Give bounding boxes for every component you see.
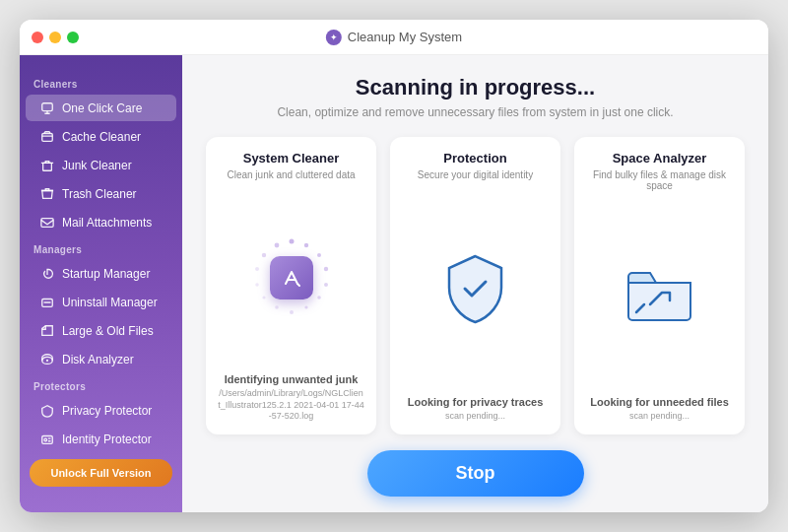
- sidebar-item-trash-cleaner[interactable]: Trash Cleaner: [26, 180, 176, 207]
- space-analyzer-subtitle: Find bulky files & manage disk space: [586, 169, 733, 191]
- space-analyzer-icon-area: [586, 201, 733, 388]
- cleaners-section-label: Cleaners: [20, 71, 182, 94]
- svg-point-14: [317, 296, 321, 299]
- sidebar-item-label: Mail Attachments: [62, 216, 152, 230]
- sidebar-item-label: Disk Analyzer: [62, 353, 134, 366]
- space-analyzer-title: Space Analyzer: [613, 151, 707, 166]
- scanning-subtitle: Clean, optimize and remove unnecessary f…: [206, 105, 745, 119]
- protection-status-sub: scan pending...: [445, 411, 505, 423]
- sidebar-item-one-click-care[interactable]: One Click Care: [26, 95, 176, 121]
- startup-icon: [39, 266, 54, 281]
- system-cleaner-subtitle: Clean junk and cluttered data: [227, 169, 355, 180]
- sidebar-item-startup-manager[interactable]: Startup Manager: [26, 260, 176, 287]
- svg-point-19: [255, 283, 259, 287]
- privacy-icon: [39, 403, 54, 418]
- svg-point-8: [43, 438, 46, 441]
- sidebar-item-label: Startup Manager: [62, 267, 150, 281]
- main-window: ✦ Cleanup My System Cleaners One Click C…: [20, 20, 768, 512]
- svg-rect-3: [40, 218, 52, 227]
- svg-point-18: [262, 296, 265, 299]
- svg-rect-0: [41, 102, 52, 110]
- sidebar-item-uninstall-manager[interactable]: Uninstall Manager: [26, 289, 176, 315]
- scanning-title: Scanning in progress...: [206, 75, 745, 100]
- sidebar-item-mail-attachments[interactable]: Mail Attachments: [26, 209, 176, 235]
- sidebar-item-cache-cleaner[interactable]: Cache Cleaner: [26, 123, 176, 150]
- system-cleaner-title: System Cleaner: [243, 151, 340, 166]
- protectors-section-label: Protectors: [20, 373, 182, 396]
- svg-point-17: [275, 305, 279, 309]
- sidebar-item-identity-protector[interactable]: Identity Protector: [26, 426, 176, 452]
- svg-point-12: [323, 267, 327, 271]
- protection-subtitle: Secure your digital identity: [418, 169, 533, 180]
- svg-point-13: [324, 283, 328, 287]
- files-icon: [39, 323, 54, 338]
- app-icon: ✦: [326, 30, 342, 45]
- trash-icon: [39, 186, 54, 201]
- sidebar-item-label: Privacy Protector: [62, 404, 152, 418]
- protection-status: Looking for privacy traces: [408, 396, 544, 408]
- svg-point-6: [45, 359, 47, 361]
- cleaner-animation: [247, 233, 336, 322]
- click-icon: [39, 100, 54, 115]
- svg-point-16: [290, 310, 294, 314]
- space-analyzer-card: Space Analyzer Find bulky files & manage…: [574, 137, 745, 434]
- sidebar-item-large-old-files[interactable]: Large & Old Files: [26, 317, 176, 344]
- svg-point-21: [261, 253, 265, 257]
- minimize-button[interactable]: [49, 32, 61, 43]
- managers-section-label: Managers: [20, 236, 182, 259]
- space-analyzer-status: Looking for unneeded files: [590, 396, 729, 408]
- junk-icon: [39, 158, 54, 172]
- traffic-lights: [32, 32, 79, 43]
- titlebar: ✦ Cleanup My System: [20, 20, 768, 55]
- stop-button[interactable]: Stop: [367, 450, 584, 497]
- system-cleaner-status: Identifying unwanted junk: [225, 373, 359, 385]
- titlebar-center: ✦ Cleanup My System: [326, 30, 462, 45]
- sidebar-item-label: Large & Old Files: [62, 324, 154, 338]
- cache-icon: [39, 129, 54, 144]
- sidebar: Cleaners One Click Care Cache Cleaner Ju…: [20, 55, 182, 512]
- mail-icon: [39, 215, 54, 230]
- cards-row: System Cleaner Clean junk and cluttered …: [206, 137, 745, 434]
- cleaner-center-icon: [270, 256, 313, 299]
- maximize-button[interactable]: [67, 32, 79, 43]
- sidebar-item-privacy-protector[interactable]: Privacy Protector: [26, 397, 176, 424]
- sidebar-item-junk-cleaner[interactable]: Junk Cleaner: [26, 152, 176, 178]
- app-title: Cleanup My System: [348, 30, 462, 44]
- space-analyzer-status-sub: scan pending...: [629, 411, 690, 423]
- unlock-full-version-button[interactable]: Unlock Full Version: [30, 459, 172, 487]
- sidebar-item-label: One Click Care: [62, 101, 142, 115]
- svg-point-11: [317, 253, 321, 257]
- uninstall-icon: [39, 295, 54, 309]
- sidebar-item-disk-analyzer[interactable]: Disk Analyzer: [26, 346, 176, 372]
- protection-card: Protection Secure your digital identity …: [390, 137, 560, 434]
- svg-point-9: [289, 238, 294, 243]
- svg-rect-1: [41, 133, 52, 141]
- identity-icon: [39, 432, 54, 446]
- sidebar-item-label: Junk Cleaner: [62, 159, 132, 172]
- close-button[interactable]: [32, 32, 43, 43]
- svg-point-10: [303, 243, 307, 247]
- svg-point-15: [304, 305, 307, 308]
- sidebar-item-label: Uninstall Manager: [62, 296, 158, 309]
- protection-title: Protection: [443, 151, 506, 166]
- content-header: Scanning in progress... Clean, optimize …: [206, 75, 745, 119]
- main-content: Cleaners One Click Care Cache Cleaner Ju…: [20, 55, 768, 512]
- system-cleaner-icon-area: [218, 190, 364, 366]
- system-cleaner-card: System Cleaner Clean junk and cluttered …: [206, 137, 376, 434]
- sidebar-item-label: Identity Protector: [62, 432, 152, 446]
- content-area: Scanning in progress... Clean, optimize …: [182, 55, 768, 512]
- svg-rect-2: [42, 163, 51, 170]
- stop-button-container: Stop: [206, 450, 745, 497]
- system-cleaner-status-sub: /Users/admin/Library/Logs/NGLClient_Illu…: [218, 388, 364, 423]
- sidebar-item-label: Trash Cleaner: [62, 187, 137, 201]
- svg-point-20: [255, 267, 259, 271]
- disk-icon: [39, 352, 54, 366]
- svg-point-22: [274, 243, 279, 248]
- sidebar-item-label: Cache Cleaner: [62, 130, 141, 144]
- protection-icon-area: [402, 190, 549, 388]
